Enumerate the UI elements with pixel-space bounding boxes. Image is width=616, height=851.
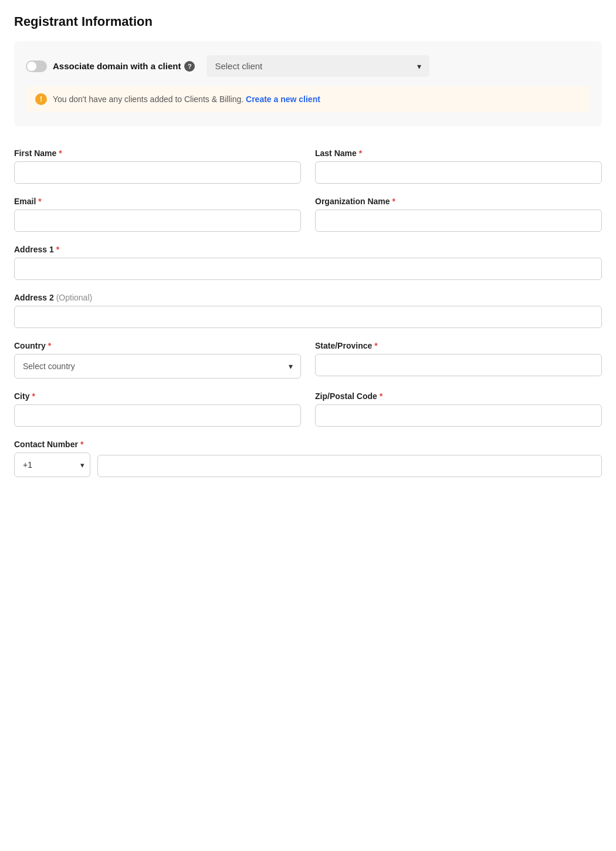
address2-optional: (Optional) <box>56 293 92 302</box>
email-org-row: Email * Organization Name * <box>14 197 602 232</box>
city-label: City * <box>14 391 301 401</box>
zip-postal-code-required: * <box>380 391 383 401</box>
zip-postal-code-label: Zip/Postal Code * <box>315 391 602 401</box>
select-client-wrapper: Select client ▾ <box>207 55 429 77</box>
address2-input[interactable] <box>14 306 602 328</box>
first-name-group: First Name * <box>14 148 301 184</box>
organization-name-required: * <box>392 197 395 206</box>
last-name-required: * <box>359 148 362 158</box>
address1-row: Address 1 * <box>14 245 602 280</box>
phone-code-select[interactable]: +1 <box>14 452 90 477</box>
city-required: * <box>32 391 35 401</box>
country-group: Country * Select country ▾ <box>14 341 301 379</box>
state-province-label: State/Province * <box>315 341 602 350</box>
first-name-label: First Name * <box>14 148 301 158</box>
email-group: Email * <box>14 197 301 232</box>
help-icon[interactable]: ? <box>184 61 195 72</box>
phone-number-input[interactable] <box>97 455 602 477</box>
state-province-required: * <box>374 341 377 350</box>
organization-name-label: Organization Name * <box>315 197 602 206</box>
toggle-wrapper: Associate domain with a client ? <box>26 60 195 72</box>
email-input[interactable] <box>14 210 301 232</box>
contact-number-required: * <box>80 440 83 449</box>
email-required: * <box>38 197 41 206</box>
state-province-group: State/Province * <box>315 341 602 379</box>
contact-number-row: Contact Number * +1 ▾ <box>14 440 602 477</box>
last-name-label: Last Name * <box>315 148 602 158</box>
last-name-input[interactable] <box>315 161 602 184</box>
zip-postal-code-group: Zip/Postal Code * <box>315 391 602 427</box>
zip-postal-code-input[interactable] <box>315 404 602 427</box>
city-input[interactable] <box>14 404 301 427</box>
first-name-required: * <box>59 148 62 158</box>
create-client-link[interactable]: Create a new client <box>246 94 320 104</box>
associate-section: Associate domain with a client ? Select … <box>14 41 602 126</box>
associate-row: Associate domain with a client ? Select … <box>26 55 590 77</box>
associate-toggle[interactable] <box>26 60 47 72</box>
country-select-wrapper: Select country ▾ <box>14 354 301 379</box>
phone-code-wrapper: +1 ▾ <box>14 452 90 477</box>
address1-required: * <box>56 245 59 254</box>
name-row: First Name * Last Name * <box>14 148 602 184</box>
contact-number-label: Contact Number * <box>14 440 602 449</box>
contact-number-input-row: +1 ▾ <box>14 452 602 477</box>
last-name-group: Last Name * <box>315 148 602 184</box>
select-client-dropdown[interactable]: Select client <box>207 55 429 77</box>
page-title: Registrant Information <box>14 14 602 29</box>
address1-input[interactable] <box>14 258 602 280</box>
city-group: City * <box>14 391 301 427</box>
address1-group: Address 1 * <box>14 245 602 280</box>
first-name-input[interactable] <box>14 161 301 184</box>
address1-label: Address 1 * <box>14 245 602 254</box>
country-state-row: Country * Select country ▾ State/Provinc… <box>14 341 602 379</box>
email-label: Email * <box>14 197 301 206</box>
address2-group: Address 2 (Optional) <box>14 293 602 328</box>
alert-icon: ! <box>35 93 47 105</box>
form-section: First Name * Last Name * Email * Organiz… <box>14 143 602 477</box>
organization-name-group: Organization Name * <box>315 197 602 232</box>
address2-row: Address 2 (Optional) <box>14 293 602 328</box>
country-label: Country * <box>14 341 301 350</box>
alert-banner: ! You don't have any clients added to Cl… <box>26 86 590 112</box>
state-province-input[interactable] <box>315 354 602 376</box>
contact-number-group: Contact Number * +1 ▾ <box>14 440 602 477</box>
city-zip-row: City * Zip/Postal Code * <box>14 391 602 427</box>
organization-name-input[interactable] <box>315 210 602 232</box>
country-select[interactable]: Select country <box>14 354 301 379</box>
associate-label: Associate domain with a client ? <box>53 61 195 72</box>
country-required: * <box>48 341 51 350</box>
address2-label: Address 2 (Optional) <box>14 293 602 302</box>
alert-text: You don't have any clients added to Clie… <box>53 94 320 104</box>
